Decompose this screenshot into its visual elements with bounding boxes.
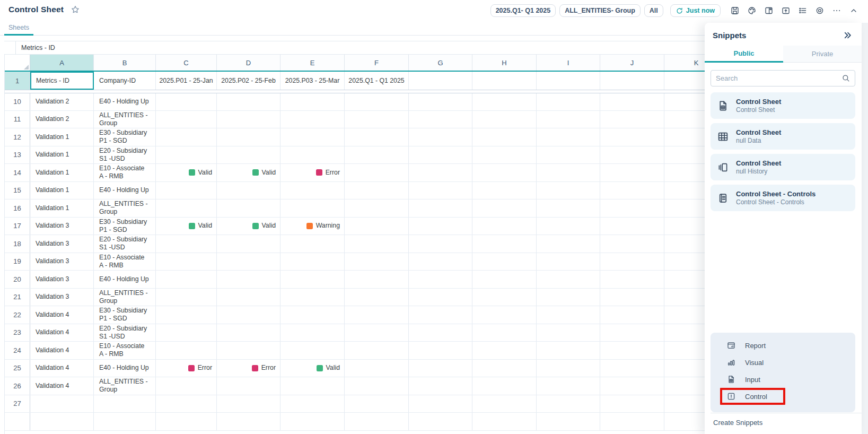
empty-cell[interactable] (472, 111, 537, 128)
company-cell[interactable]: E10 - Associate A - RMB (94, 253, 156, 271)
status-cell[interactable] (217, 306, 280, 324)
empty-cell[interactable] (409, 360, 472, 377)
empty-cell[interactable] (537, 72, 600, 90)
row-number[interactable]: 16 (5, 199, 30, 217)
row-number[interactable]: 1 (5, 72, 30, 90)
empty-cell[interactable] (600, 324, 664, 342)
company-cell[interactable]: E20 - Subsidiary S1 -USD (94, 235, 156, 253)
menu-item-input[interactable]: Input (711, 371, 855, 388)
metric-cell[interactable]: Validation 1 (30, 146, 94, 164)
empty-cell[interactable] (409, 235, 472, 253)
status-cell[interactable] (156, 182, 217, 199)
status-cell[interactable] (280, 146, 345, 164)
snippet-card[interactable]: Control Sheetnull Data (711, 123, 855, 150)
empty-cell[interactable] (345, 199, 409, 217)
empty-cell[interactable] (345, 395, 409, 413)
status-cell[interactable] (156, 199, 217, 217)
empty-cell[interactable] (472, 360, 537, 377)
row-number[interactable]: 19 (5, 253, 30, 271)
status-cell[interactable] (156, 235, 217, 253)
empty-cell[interactable] (600, 111, 664, 128)
row-number[interactable]: 18 (5, 235, 30, 253)
status-cell[interactable] (280, 235, 345, 253)
status-cell[interactable] (280, 342, 345, 359)
metric-cell[interactable]: Validation 4 (30, 360, 94, 377)
empty-cell[interactable] (600, 360, 664, 377)
column-header-d[interactable]: D (217, 55, 280, 71)
metric-cell[interactable]: Validation 2 (30, 93, 94, 110)
empty-cell[interactable] (345, 360, 409, 377)
empty-cell[interactable] (409, 199, 472, 217)
metric-cell[interactable]: Validation 1 (30, 199, 94, 217)
metric-cell[interactable]: Validation 3 (30, 253, 94, 271)
empty-cell[interactable] (345, 164, 409, 181)
status-cell[interactable] (156, 377, 217, 395)
search-icon[interactable] (842, 74, 850, 82)
empty-cell[interactable] (345, 218, 409, 235)
empty-cell[interactable] (345, 377, 409, 395)
chevrons-right-icon[interactable] (843, 31, 852, 40)
empty-cell[interactable] (537, 377, 600, 395)
snippet-card[interactable]: Control SheetControl Sheet (711, 92, 855, 119)
status-cell[interactable]: Valid (156, 218, 217, 235)
status-cell[interactable]: Valid (156, 164, 217, 181)
status-cell[interactable] (217, 93, 280, 110)
empty-cell[interactable] (409, 306, 472, 324)
company-cell[interactable]: E30 - Subsidiary P1 - SGD (94, 306, 156, 324)
status-cell[interactable] (217, 146, 280, 164)
row-number[interactable]: 17 (5, 218, 30, 235)
metric-cell[interactable]: Validation 3 (30, 235, 94, 253)
metric-cell[interactable]: Validation 4 (30, 324, 94, 342)
period-header-cell[interactable]: 2025.P02 - 25-Feb (217, 72, 280, 90)
status-cell[interactable] (280, 182, 345, 199)
layout-icon[interactable] (762, 4, 775, 17)
status-cell[interactable] (217, 271, 280, 288)
status-cell[interactable] (156, 306, 217, 324)
metric-cell[interactable]: Validation 4 (30, 306, 94, 324)
status-cell[interactable] (156, 93, 217, 110)
tab-public[interactable]: Public (705, 46, 783, 63)
empty-cell[interactable] (409, 377, 472, 395)
column-header-j[interactable]: J (600, 55, 664, 71)
empty-cell[interactable] (600, 253, 664, 271)
search-input[interactable] (716, 74, 839, 82)
empty-cell[interactable] (409, 289, 472, 306)
empty-cell[interactable] (409, 324, 472, 342)
company-cell[interactable]: ALL_ENTITIES - Group (94, 199, 156, 217)
empty-cell[interactable] (409, 111, 472, 128)
status-cell[interactable] (217, 199, 280, 217)
status-cell[interactable] (156, 128, 217, 146)
row-number[interactable] (5, 413, 30, 430)
empty-cell[interactable] (537, 111, 600, 128)
status-cell[interactable]: Warning (280, 218, 345, 235)
empty-cell[interactable] (30, 413, 94, 430)
create-snippets-link[interactable]: Create Snippets (713, 419, 762, 427)
column-header-h[interactable]: H (472, 55, 537, 71)
empty-cell[interactable] (600, 93, 664, 110)
status-cell[interactable] (217, 342, 280, 359)
row-number[interactable]: 24 (5, 342, 30, 359)
empty-cell[interactable] (409, 342, 472, 359)
status-cell[interactable] (217, 182, 280, 199)
metric-cell[interactable]: Validation 3 (30, 271, 94, 288)
export-icon[interactable] (779, 4, 792, 17)
empty-cell[interactable] (600, 146, 664, 164)
metric-cell[interactable]: Validation 2 (30, 111, 94, 128)
status-cell[interactable]: Error (156, 360, 217, 377)
status-cell[interactable] (156, 395, 217, 413)
empty-cell[interactable] (600, 72, 664, 90)
status-cell[interactable] (280, 289, 345, 306)
metric-cell[interactable] (30, 395, 94, 413)
empty-cell[interactable] (537, 164, 600, 181)
status-cell[interactable] (217, 253, 280, 271)
row-number[interactable]: 23 (5, 324, 30, 342)
empty-cell[interactable] (537, 128, 600, 146)
empty-cell[interactable] (345, 342, 409, 359)
status-cell[interactable] (217, 289, 280, 306)
empty-cell[interactable] (345, 146, 409, 164)
collapse-icon[interactable] (847, 4, 860, 17)
empty-cell[interactable] (472, 93, 537, 110)
filter-pill[interactable]: 2025.Q1- Q1 2025 (490, 4, 556, 17)
selected-cell-a1[interactable]: Metrics - ID (30, 72, 94, 90)
column-header-e[interactable]: E (280, 55, 345, 71)
